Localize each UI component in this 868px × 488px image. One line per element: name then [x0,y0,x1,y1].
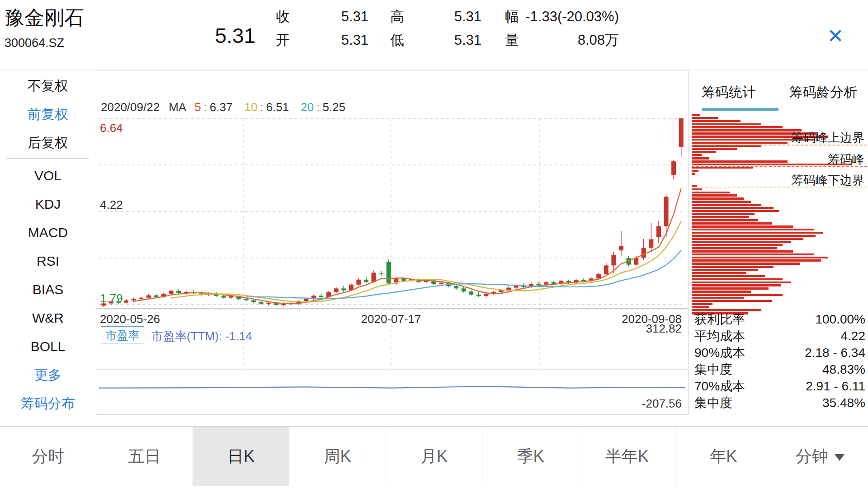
hist-bar [692,247,777,249]
tab-chip-age-analysis[interactable]: 筹码龄分析 [789,83,857,102]
candle-body [671,161,676,175]
stat-value: 2.18 - 6.34 [805,344,865,361]
candle-body [439,283,443,284]
hist-bar [692,297,744,299]
hist-bar [692,117,718,119]
stat-value: 35.48% [822,394,865,411]
sidebar-item-前复权[interactable]: 前复权 [0,100,96,128]
hist-bar [692,235,816,237]
tab-chip-statistics[interactable]: 筹码统计 [702,83,756,102]
chip-panel: 筹码统计 筹码龄分析 筹码峰上边界 筹码峰 筹码峰下边界 获利比率100.00%… [692,70,868,415]
active-tab-underline [702,108,778,111]
hist-bar [692,157,709,160]
hist-bar [692,272,746,274]
candle-body [476,295,481,296]
sidebar-item-MACD[interactable]: MACD [0,218,96,247]
candle-body [364,280,368,282]
pe-line [99,386,685,388]
hist-bar [692,225,793,228]
sidebar-item-RSI[interactable]: RSI [0,247,96,275]
kline-chart-area[interactable]: 2020/09/22MA5:6.3710:6.5120:5.25 6.64 4.… [96,70,689,415]
y-axis-label-top: 6.64 [100,121,123,135]
stock-code: 300064.SZ [5,36,64,50]
candle-body [379,273,383,274]
candle-body [462,288,466,291]
kline-canvas[interactable] [96,70,688,414]
period-tab-五日[interactable]: 五日 [96,427,192,486]
candle-body [649,239,653,248]
close-icon[interactable]: ✕ [822,23,849,50]
candle-body [356,280,361,285]
candle-body [454,286,458,288]
hist-bar [692,266,774,268]
sidebar-item-不复权[interactable]: 不复权 [0,71,96,100]
last-price: 5.31 [181,23,255,48]
period-tab-季K[interactable]: 季K [482,427,578,486]
period-tab-半年K[interactable]: 半年K [579,427,675,486]
candle-body [304,299,308,301]
hist-bar [692,275,765,277]
candle-body [139,298,143,299]
stat-row: 平均成本4.22 [694,328,865,344]
sidebar-item-KDJ[interactable]: KDJ [0,190,96,218]
sidebar-item-BOLL[interactable]: BOLL [0,332,96,361]
hist-bar [692,229,814,231]
low-label: 低 [390,31,404,50]
hist-bar [692,126,783,128]
sidebar-item-BIAS[interactable]: BIAS [0,275,96,304]
change-value: -1.33(-20.03%) [525,7,619,26]
sidebar-item-更多[interactable]: 更多 [0,361,96,389]
hist-bar [692,204,761,206]
ma5-key: 5 [194,100,201,114]
sidebar-item-VOL[interactable]: VOL [0,161,96,190]
pe-ratio-button[interactable]: 市盈率 [101,326,144,343]
stat-value: 48.83% [822,361,865,378]
header: 豫金刚石 300064.SZ 5.31 收 5.31 开 5.31 高 5.31… [0,0,868,70]
hist-bar [692,123,761,126]
candle-body [319,296,323,297]
period-tab-分时[interactable]: 分时 [0,427,96,486]
sidebar-item-W&R[interactable]: W&R [0,304,96,332]
period-tab-周K[interactable]: 周K [289,427,385,486]
hist-bar [692,207,774,209]
period-tab-日K[interactable]: 日K [193,427,289,486]
hist-bar [692,253,814,256]
hist-bar [692,120,741,122]
hist-bar [692,213,755,216]
candle-body [229,296,233,297]
stat-row: 70%成本2.91 - 6.11 [694,378,865,394]
hist-bar [692,303,712,305]
sidebar-item-筹码分布[interactable]: 筹码分布 [0,389,96,418]
candle-body [679,118,684,147]
candle-body [222,296,226,297]
pe-axis-max: 312.82 [646,322,682,336]
close-label: 收 [276,7,290,26]
stock-name: 豫金刚石 [5,5,84,31]
candle-body [642,248,646,258]
hist-bar [692,291,751,293]
candle-body [611,255,616,265]
hist-bar [692,201,751,203]
hist-bar [692,148,737,150]
stat-label: 70%成本 [694,378,745,394]
period-tab-月K[interactable]: 月K [386,427,482,486]
sidebar-item-后复权[interactable]: 后复权 [0,128,96,157]
ma20-value: 5.25 [322,100,345,114]
candle-body [146,296,151,298]
ma-legend: 2020/09/22MA5:6.3710:6.5120:5.25 [101,100,345,114]
quote-col-open-close: 收 5.31 开 5.31 [276,0,368,51]
period-tab-分钟[interactable]: 分钟 [772,427,868,486]
candle-body [484,294,488,296]
quote-col-change-volume: 幅 -1.33(-20.03%) 量 8.08万 [505,0,619,51]
sidebar: 不复权前复权后复权VOLKDJMACDRSIBIASW&RBOLL更多筹码分布 [0,71,96,418]
chip-stats: 获利比率100.00%平均成本4.2290%成本2.18 - 6.34集中度48… [694,311,865,411]
hist-bar [692,294,783,296]
period-tab-年K[interactable]: 年K [675,427,771,486]
stat-label: 集中度 [694,394,732,411]
candle-body [251,300,256,302]
open-label: 开 [276,31,290,50]
candle-body [506,288,511,290]
hist-bar [692,160,788,163]
stat-label: 平均成本 [694,328,745,344]
hist-bar [692,173,695,175]
